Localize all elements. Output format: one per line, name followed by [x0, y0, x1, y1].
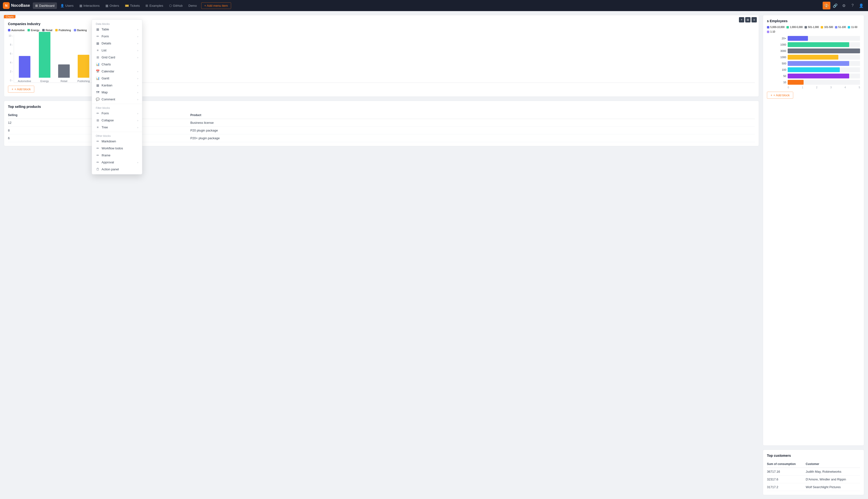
menu-item-left: ▦ Details — [96, 41, 111, 45]
h-bar-row: 20+ — [767, 36, 860, 41]
chevron-right-icon: › — [137, 98, 138, 101]
h-bar-fill — [788, 61, 849, 66]
grid-layout-button[interactable]: ⊞ — [745, 17, 751, 22]
approval-icon: ✏ — [96, 160, 100, 164]
menu-item-list[interactable]: ≡ List › — [92, 47, 142, 54]
nav-item-interactions[interactable]: ▦ Interactions — [77, 2, 102, 9]
menu-item-left: ✏ Approval — [96, 160, 114, 164]
nav-item-dashboard[interactable]: ⊞ Dashboard — [33, 2, 57, 9]
right-panel: s Employees 5,000-10,000 1,000-5,000 501… — [763, 15, 864, 495]
menu-item-gantt[interactable]: 📊 Gantt › — [92, 75, 142, 82]
nav-item-examples[interactable]: ⊞ Examples — [143, 2, 165, 9]
chart-title: Companies Industry — [8, 22, 40, 26]
chart-controls: + ⊞ ≡ — [739, 17, 757, 22]
h-bar-track — [788, 80, 860, 85]
menu-item-grid-card[interactable]: ⊞ Grid Card › — [92, 54, 142, 61]
employees-title: s Employees — [767, 19, 860, 23]
h-bar-row: 1000 — [767, 55, 860, 60]
h-bar-track — [788, 61, 860, 66]
comment-icon: 💬 — [96, 97, 100, 101]
h-bar-fill — [788, 74, 849, 78]
x-axis: 012345 — [788, 86, 860, 89]
sum-header: Sum of consumption — [767, 460, 806, 468]
h-bar-track — [788, 55, 860, 60]
logo[interactable]: N NocoBase — [3, 2, 30, 9]
chevron-right-icon: › — [137, 42, 138, 45]
user-avatar-button[interactable]: 👤 — [857, 2, 865, 9]
menu-item-tree[interactable]: ≡ Tree › — [92, 124, 142, 131]
list-layout-button[interactable]: ≡ — [752, 17, 757, 22]
h-bar-row: 500 — [767, 61, 860, 66]
add-menu-item-button[interactable]: + Add menu item — [201, 2, 231, 9]
nav-item-demo[interactable]: Demo — [186, 2, 199, 9]
menu-item-left: 📊 Charts — [96, 62, 111, 66]
menu-item-workflow-todos[interactable]: ✏ Workflow todos — [92, 145, 142, 152]
h-bar-fill — [788, 80, 804, 85]
legend-dot — [848, 26, 850, 28]
chevron-right-icon: › — [137, 70, 138, 73]
nav-item-users[interactable]: 👤 Users — [58, 2, 76, 9]
legend-dot — [835, 26, 838, 28]
menu-item-charts[interactable]: 📊 Charts — [92, 61, 142, 68]
nav-item-github[interactable]: ⬡ GitHub — [167, 2, 185, 9]
legend-item-retail: Retail — [42, 29, 52, 32]
plus-icon: + — [770, 93, 772, 97]
map-icon: 🗺 — [96, 90, 100, 94]
menu-item-left: 📊 Gantt — [96, 76, 109, 80]
settings-icon-button[interactable]: ⚙ — [840, 2, 848, 9]
add-block-right-button[interactable]: + + Add block — [767, 92, 793, 99]
menu-item-kanban[interactable]: ▦ Kanban › — [92, 82, 142, 89]
nav-item-orders[interactable]: ▦ Orders — [103, 2, 122, 9]
menu-item-left: 📅 Calendar — [96, 70, 114, 73]
menu-item-comment[interactable]: 💬 Comment › — [92, 96, 142, 103]
legend-item-energy: Energy — [27, 29, 39, 32]
menu-item-table[interactable]: ▦ Table › — [92, 26, 142, 33]
menu-item-iframe[interactable]: ✏ Iframe — [92, 152, 142, 159]
add-block-button[interactable]: + + Add block — [8, 86, 34, 93]
h-bar-fill — [788, 36, 808, 41]
menu-item-form[interactable]: ✏ Form › — [92, 33, 142, 40]
legend-1000: 1,000-5,000 — [786, 26, 803, 28]
add-chart-button[interactable]: + — [739, 17, 744, 22]
menu-item-action-panel[interactable]: 🗒 Action panel — [92, 166, 142, 173]
grid-card-icon: ⊞ — [96, 56, 100, 59]
legend-101: 101-500 — [821, 26, 833, 28]
nav-item-tickets[interactable]: 🎫 Tickets — [123, 2, 142, 9]
plus-icon: + — [12, 87, 13, 91]
chevron-right-icon: › — [137, 112, 138, 115]
menu-item-left: ≡ List — [96, 49, 107, 52]
nav-right-icons: 🎨 🔗 ⚙ ? 👤 — [823, 2, 865, 9]
chevron-right-icon: › — [137, 126, 138, 129]
filter-blocks-section-label: Filter blocks — [92, 105, 142, 110]
legend-51: 51-100 — [835, 26, 846, 28]
link-icon-button[interactable]: 🔗 — [831, 2, 839, 9]
iframe-icon: ✏ — [96, 154, 100, 157]
menu-item-left: 🗺 Map — [96, 90, 108, 94]
divider — [92, 132, 142, 132]
menu-item-filter-form[interactable]: ✏ Form › — [92, 110, 142, 117]
menu-item-left: ✏ Form — [96, 35, 109, 38]
collapse-icon: ⊞ — [96, 119, 100, 122]
paint-icon-button[interactable]: 🎨 — [823, 2, 830, 9]
legend-dot — [74, 29, 76, 32]
legend-dot — [55, 29, 58, 32]
menu-item-calendar[interactable]: 📅 Calendar › — [92, 68, 142, 75]
h-bar-track — [788, 74, 860, 78]
table-row: 36717.16 Judith May, Robinetworks — [767, 468, 860, 476]
help-icon-button[interactable]: ? — [849, 2, 856, 9]
customer-value: D'Amore, Windler and Rippin — [806, 476, 860, 483]
top-customers-table: Sum of consumption Customer 36717.16 Jud… — [767, 460, 860, 491]
legend-11: 11-50 — [848, 26, 857, 28]
menu-item-markdown[interactable]: ✏ Markdown — [92, 138, 142, 145]
navbar: N NocoBase ⊞ Dashboard 👤 Users ▦ Interac… — [0, 0, 868, 11]
tree-icon: ≡ — [96, 125, 100, 129]
menu-item-details[interactable]: ▦ Details › — [92, 40, 142, 47]
github-icon: ⬡ — [169, 4, 172, 8]
ticket-icon: 🎫 — [125, 4, 129, 8]
menu-item-map[interactable]: 🗺 Map › — [92, 89, 142, 96]
menu-item-approval[interactable]: ✏ Approval › — [92, 159, 142, 166]
menu-item-collapse[interactable]: ⊞ Collapse › — [92, 117, 142, 124]
h-bar-track — [788, 36, 860, 41]
list-icon: ≡ — [96, 49, 100, 52]
h-bar-row: 100 — [767, 67, 860, 72]
